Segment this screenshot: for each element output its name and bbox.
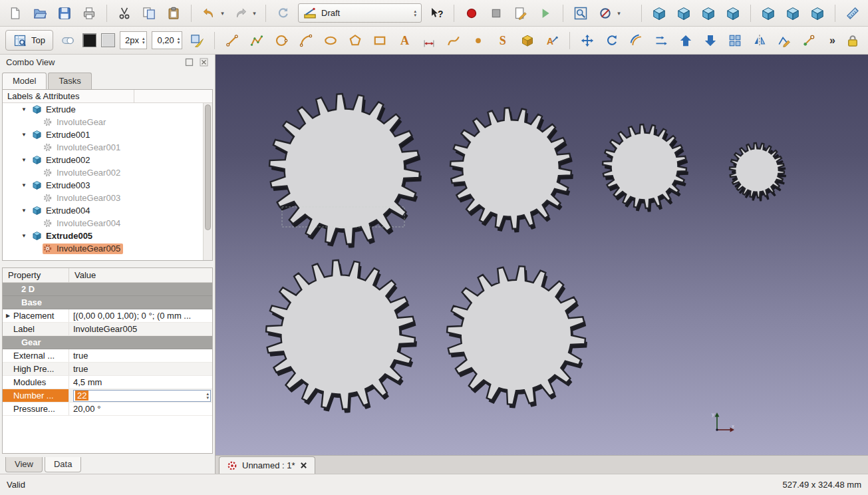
tree-scrollbar[interactable] bbox=[203, 103, 212, 260]
tree-scrollbar-thumb[interactable] bbox=[205, 104, 211, 230]
tree-item-involutegear002[interactable]: InvoluteGear002 bbox=[3, 166, 203, 179]
measure-distance-button[interactable] bbox=[843, 3, 863, 23]
macro-play-button[interactable] bbox=[535, 3, 555, 23]
tab-data[interactable]: Data bbox=[45, 457, 81, 472]
document-tab[interactable]: Unnamed : 1* bbox=[219, 456, 315, 474]
draft-dimension-button[interactable] bbox=[419, 31, 439, 51]
draft-upgrade-button[interactable] bbox=[676, 31, 696, 51]
tree-item-involutegear004[interactable]: InvoluteGear004 bbox=[3, 217, 203, 230]
view-top-button[interactable] bbox=[698, 3, 718, 23]
draw-style-dropdown-caret[interactable]: ▾ bbox=[615, 10, 623, 17]
paste-button[interactable] bbox=[164, 3, 184, 23]
draft-array-button[interactable] bbox=[725, 31, 745, 51]
property-row-high-pre[interactable]: High Pre...true bbox=[3, 363, 212, 376]
save-button[interactable] bbox=[55, 3, 74, 23]
teeth-number-editor[interactable]: 22▴▾ bbox=[73, 390, 211, 402]
property-row-label[interactable]: LabelInvoluteGear005 bbox=[3, 323, 212, 336]
snap-lock-button[interactable] bbox=[843, 31, 863, 51]
tree-item-involutegear001[interactable]: InvoluteGear001 bbox=[3, 141, 203, 154]
cut-button[interactable] bbox=[114, 3, 134, 23]
undo-button[interactable] bbox=[199, 3, 219, 23]
draft-polygon-button[interactable] bbox=[345, 31, 365, 51]
gear-object-6[interactable] bbox=[447, 266, 587, 408]
draft-wire-button[interactable] bbox=[247, 31, 267, 51]
draft-subelement-button[interactable] bbox=[799, 31, 819, 51]
draft-ellipse-button[interactable] bbox=[321, 31, 341, 51]
draft-label-button[interactable]: A bbox=[542, 31, 562, 51]
property-row-pressure[interactable]: Pressure...20,00 ° bbox=[3, 403, 212, 416]
new-file-button[interactable] bbox=[5, 3, 25, 23]
property-row-number[interactable]: Number ...22▴▾ bbox=[3, 389, 212, 403]
workbench-selector[interactable]: Draft▴▾ bbox=[298, 3, 422, 23]
line-color-swatch[interactable] bbox=[82, 33, 96, 47]
gear-body[interactable] bbox=[269, 94, 420, 244]
tree-item-extrude005[interactable]: ▼Extrude005 bbox=[3, 230, 203, 242]
3d-view-canvas[interactable] bbox=[216, 55, 868, 455]
close-document-icon[interactable] bbox=[300, 462, 307, 469]
undo-dropdown-caret[interactable]: ▾ bbox=[219, 10, 226, 17]
draft-downgrade-button[interactable] bbox=[700, 31, 720, 51]
face-color-swatch[interactable] bbox=[101, 33, 115, 47]
property-value-cell[interactable]: 22▴▾ bbox=[69, 389, 212, 402]
tab-tasks[interactable]: Tasks bbox=[48, 73, 91, 89]
draft-move-button[interactable] bbox=[577, 31, 597, 51]
combo-spin-arrows[interactable]: ▴▾ bbox=[414, 9, 416, 17]
redo-dropdown-caret[interactable]: ▾ bbox=[251, 10, 258, 17]
macro-stop-button[interactable] bbox=[486, 3, 506, 23]
draft-circle-button[interactable] bbox=[271, 31, 291, 51]
whats-this-button[interactable]: ? bbox=[426, 3, 446, 23]
tab-model[interactable]: Model bbox=[2, 73, 47, 89]
gear-object-3[interactable] bbox=[603, 124, 688, 212]
tree-item-extrude002[interactable]: ▼Extrude002 bbox=[3, 154, 203, 166]
close-panel-button[interactable] bbox=[199, 57, 209, 67]
draft-point-button[interactable] bbox=[468, 31, 488, 51]
macro-edit-button[interactable] bbox=[511, 3, 531, 23]
draft-offset-button[interactable] bbox=[627, 31, 647, 51]
gear-object-1[interactable] bbox=[269, 94, 422, 248]
gear-body[interactable] bbox=[730, 143, 784, 198]
expander-icon[interactable]: ▼ bbox=[21, 208, 32, 214]
view-left-button[interactable] bbox=[807, 3, 827, 23]
draft-rotate-button[interactable] bbox=[602, 31, 622, 51]
gear-object-4[interactable] bbox=[730, 143, 786, 202]
gear-object-2[interactable] bbox=[450, 108, 573, 233]
zoom-fit-button[interactable] bbox=[571, 3, 591, 23]
text-scale-spin-arrows[interactable]: ▴▾ bbox=[178, 37, 180, 45]
expander-icon[interactable]: ▼ bbox=[21, 106, 32, 112]
draft-arc-button[interactable] bbox=[296, 31, 316, 51]
draft-trimex-button[interactable] bbox=[651, 31, 671, 51]
line-width-spin-arrows[interactable]: ▴▾ bbox=[142, 37, 145, 45]
gear-object-5[interactable] bbox=[266, 260, 417, 413]
view-rear-button[interactable] bbox=[758, 3, 778, 23]
draft-mirror-button[interactable] bbox=[750, 31, 770, 51]
view-front-button[interactable] bbox=[674, 3, 694, 23]
expander-icon[interactable]: ▼ bbox=[21, 132, 32, 138]
tree-item-extrude003[interactable]: ▼Extrude003 bbox=[3, 179, 203, 192]
view-axonometric-button[interactable] bbox=[649, 3, 669, 23]
property-row-external[interactable]: External ...true bbox=[3, 349, 212, 363]
gear-body[interactable] bbox=[447, 266, 585, 405]
draft-line-button[interactable] bbox=[222, 31, 242, 51]
draft-edit-button[interactable] bbox=[774, 31, 794, 51]
draft-rectangle-button[interactable] bbox=[370, 31, 390, 51]
expander-icon[interactable]: ▼ bbox=[21, 157, 32, 163]
print-button[interactable] bbox=[79, 3, 99, 23]
expander-icon[interactable]: ▼ bbox=[21, 182, 32, 188]
3d-viewport[interactable]: y x bbox=[216, 55, 868, 455]
construction-mode-button[interactable] bbox=[58, 31, 78, 51]
working-plane-button[interactable]: Top bbox=[5, 30, 53, 51]
gear-body[interactable] bbox=[450, 108, 571, 229]
copy-button[interactable] bbox=[139, 3, 159, 23]
text-scale-spinbox[interactable]: 0,20▴▾ bbox=[152, 31, 182, 49]
tree-item-extrude001[interactable]: ▼Extrude001 bbox=[3, 128, 203, 141]
view-right-button[interactable] bbox=[723, 3, 743, 23]
property-row-placement[interactable]: ▶Placement[(0,00 0,00 1,00); 0 °; (0 mm … bbox=[3, 309, 212, 323]
float-panel-button[interactable] bbox=[184, 57, 194, 67]
tree-item-involutegear003[interactable]: InvoluteGear003 bbox=[3, 192, 203, 204]
toolbar-overflow[interactable]: » bbox=[827, 31, 838, 51]
tree-item-involutegear[interactable]: InvoluteGear bbox=[3, 116, 203, 128]
expander-icon[interactable]: ▼ bbox=[21, 233, 32, 239]
apply-style-button[interactable] bbox=[187, 31, 207, 51]
tree-item-extrude004[interactable]: ▼Extrude004 bbox=[3, 204, 203, 217]
line-width-spinbox[interactable]: 2px▴▾ bbox=[120, 31, 147, 49]
